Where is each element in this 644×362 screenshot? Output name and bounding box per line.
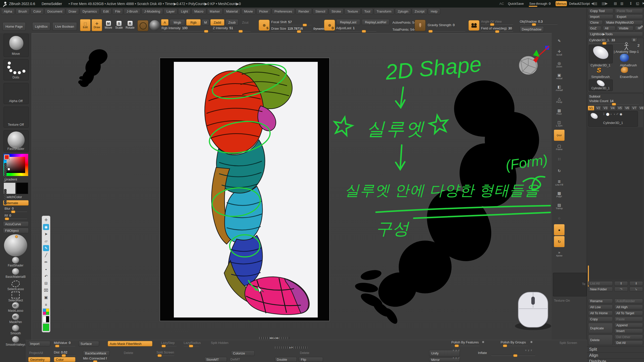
rotate-mode-button[interactable]: RRotate: [125, 19, 135, 31]
mode-m-button[interactable]: M: [202, 19, 209, 26]
move-into-folder-button[interactable]: ↳: [629, 287, 643, 292]
menu-brush[interactable]: Brush: [16, 8, 30, 15]
autoreorder-button[interactable]: AutoReorder: [614, 299, 643, 303]
deep-shadow-button[interactable]: DeepShadow: [520, 26, 544, 32]
min-connected-track[interactable]: [83, 361, 108, 362]
menu-movie[interactable]: Movie: [241, 8, 256, 15]
material-smooth[interactable]: Smooth: [2, 325, 30, 336]
delete-button-b[interactable]: Delete: [300, 351, 309, 355]
zadd-button[interactable]: Zadd: [210, 19, 224, 26]
fiber-import-button[interactable]: Import: [28, 341, 50, 346]
z-intensity-track[interactable]: [213, 31, 251, 31]
zcut-button[interactable]: Zcut: [239, 19, 251, 26]
make-polymesh3d-button[interactable]: Make PolyMesh3D: [604, 20, 643, 25]
focal-shift-slider[interactable]: Focal Shift57: [271, 20, 292, 24]
surface-button[interactable]: Surface: [78, 341, 99, 346]
shelf-persp[interactable]: △Persp: [554, 94, 565, 105]
pen-tool-icon[interactable]: ✎: [43, 245, 49, 251]
menu-zscript[interactable]: Zscript: [412, 8, 427, 15]
auto-mask-fibermesh-button[interactable]: Auto Mask FiberMesh: [108, 341, 152, 346]
gravity-strength-slider[interactable]: Gravity Strength0: [428, 23, 455, 27]
split-section[interactable]: Split: [587, 346, 644, 352]
duplicate-button[interactable]: Duplicate: [588, 323, 613, 333]
shelf-ghost[interactable]: ◌: [554, 212, 565, 223]
replay-last-button[interactable]: ReplayLast: [336, 19, 360, 25]
draw-size-track[interactable]: [271, 31, 311, 32]
paste-tool-button[interactable]: Paste Tool: [615, 9, 643, 13]
move-up-button[interactable]: ⬆: [614, 281, 628, 286]
all-to-home-button[interactable]: All To Home: [588, 311, 613, 315]
adjust-last-slider[interactable]: AdjustLast1: [336, 26, 355, 30]
min-connected-slider[interactable]: Min Connected f: [83, 356, 107, 360]
tool-r-button[interactable]: R: [631, 38, 637, 42]
all-low-button[interactable]: All Low: [588, 305, 613, 309]
move-out-folder-button[interactable]: ↷: [614, 287, 628, 292]
new-folder-button[interactable]: New Folder: [588, 287, 613, 292]
inflate-xyz[interactable]: x y z: [525, 349, 533, 351]
visible-count-track[interactable]: [589, 104, 639, 104]
lazyradius-slider[interactable]: LazyRadius: [184, 341, 201, 345]
current-brush-icon[interactable]: [137, 20, 148, 31]
stroke-s-icon[interactable]: ◎S: [259, 20, 270, 31]
menu-help[interactable]: Help: [428, 8, 440, 15]
obj-shadow-track[interactable]: [520, 24, 557, 25]
lightbox-button[interactable]: LightBox: [32, 22, 50, 31]
restore-button[interactable]: ◱: [636, 2, 639, 5]
double-button[interactable]: Double: [275, 357, 297, 362]
menu-stencil[interactable]: Stencil: [313, 8, 328, 15]
tool-inventory-slider[interactable]: Cylinder3D_1.33: [589, 38, 615, 42]
adjust-last-track[interactable]: [336, 31, 376, 31]
zsub-button[interactable]: Zsub: [225, 19, 238, 26]
color-button[interactable]: Color: [54, 357, 75, 362]
menu-render[interactable]: Render: [296, 8, 312, 15]
blur-track[interactable]: [4, 211, 27, 212]
rename-button[interactable]: Rename: [588, 299, 613, 303]
lazy-mouse-pencil-icon[interactable]: ✏: [415, 20, 426, 31]
subtool-item-icons[interactable]: ↧⬤◐◑✐◉: [602, 112, 623, 116]
zbrush-document[interactable]: [160, 58, 330, 321]
subtool-paste-button[interactable]: Paste: [614, 317, 643, 322]
mrgb-button[interactable]: Mrgb: [170, 19, 185, 26]
simplebrush-thumb[interactable]: S: [597, 66, 601, 74]
screenshot-icon[interactable]: ▣: [43, 294, 49, 300]
tool-import-button[interactable]: Import: [588, 14, 613, 19]
blur-slider[interactable]: Blur0: [5, 207, 14, 210]
color-picker-knob[interactable]: [8, 168, 10, 170]
draw-size-slider[interactable]: Draw Size119.78716: [271, 27, 303, 30]
menu-color[interactable]: Color: [30, 8, 44, 15]
append-button[interactable]: Append: [614, 323, 643, 328]
line-tool-icon[interactable]: ╱: [43, 252, 49, 258]
close-button[interactable]: ✕: [642, 2, 644, 5]
accucurve-button[interactable]: AccuCurve: [3, 221, 29, 227]
active-material-sphere[interactable]: [4, 234, 27, 256]
shelf-xpose[interactable]: »Xpose: [554, 248, 565, 259]
fov-track[interactable]: [481, 31, 513, 32]
menu-edit[interactable]: Edit: [100, 8, 111, 15]
projectall-button[interactable]: ProjectAll: [29, 351, 43, 355]
menu-j-brush[interactable]: J-Brush: [124, 8, 141, 15]
menu-texture[interactable]: Texture: [344, 8, 361, 15]
inflate-slider[interactable]: Inflate: [478, 351, 487, 355]
insert-button[interactable]: Insert: [614, 329, 643, 333]
goz-visible-button[interactable]: Visible: [617, 26, 633, 31]
material-maskpen[interactable]: MaskPen: [2, 313, 30, 325]
midvalue-slider[interactable]: MidValue0: [54, 341, 70, 345]
menu-draw[interactable]: Draw: [66, 8, 79, 15]
alternate-button[interactable]: Alternate: [3, 200, 29, 206]
shelf-lsym[interactable]: ◫L.Sym: [554, 118, 565, 129]
backfacemask-button[interactable]: BackfaceMask: [83, 350, 110, 356]
rgb-button[interactable]: Rgb: [186, 19, 201, 26]
active-color-swatch[interactable]: [43, 324, 49, 331]
vtab-v4[interactable]: V4: [609, 106, 616, 111]
rgb-intensity-slider[interactable]: Rgb Intensity100: [162, 26, 188, 30]
minimize-button[interactable]: ↧: [629, 2, 632, 5]
shelf-bpr[interactable]: ✎: [554, 35, 565, 46]
angle-of-view-slider[interactable]: Angle Of View: [481, 20, 502, 23]
vtab-v6[interactable]: V6: [624, 106, 630, 111]
subtool-copy-button[interactable]: Copy: [588, 317, 613, 322]
storemt-button[interactable]: StoreMT: [204, 357, 227, 362]
shelf-polyf[interactable]: ▩PolyF: [554, 189, 565, 200]
shapes-tool-icon[interactable]: ▱: [43, 238, 49, 244]
tray-divider-hatch[interactable]: [4, 163, 7, 178]
tray-divider-hatch-2[interactable]: [4, 189, 7, 205]
